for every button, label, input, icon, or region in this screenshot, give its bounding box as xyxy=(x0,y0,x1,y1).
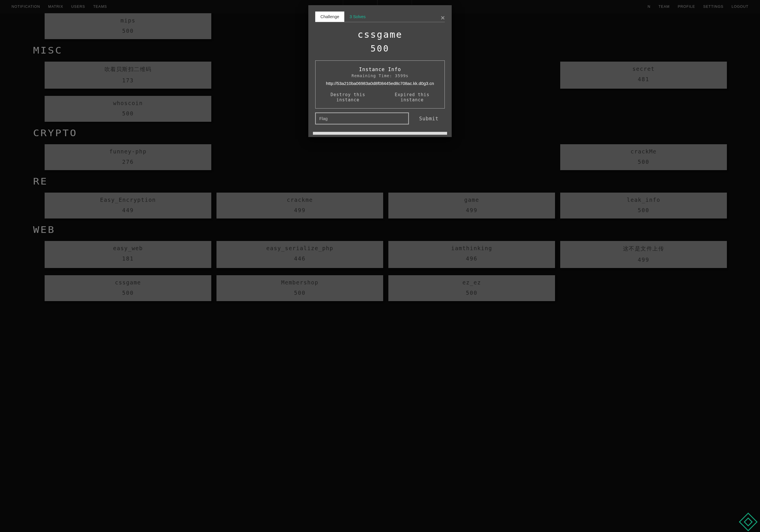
tab-challenge[interactable]: Challenge xyxy=(315,12,344,22)
instance-url[interactable]: http://53a210ba06983a0d8f08445ed8c708ac.… xyxy=(319,81,441,86)
corner-diamond-inner xyxy=(743,517,752,526)
instance-actions: Destroy this instance Expired this insta… xyxy=(319,92,441,103)
challenge-points: 500 xyxy=(308,43,452,54)
destroy-instance-button[interactable]: Destroy this instance xyxy=(319,92,377,103)
instance-remaining-time: Remaining Time: 3599s xyxy=(319,73,441,78)
close-icon[interactable]: × xyxy=(441,14,445,22)
instance-info-box: Instance Info Remaining Time: 3599s http… xyxy=(315,61,445,109)
instance-info-title: Instance Info xyxy=(319,67,441,72)
submit-button[interactable]: Submit xyxy=(419,116,439,121)
challenge-modal: × Challenge 3 Solves cssgame 500 Instanc… xyxy=(308,5,452,137)
modal-tabs: Challenge 3 Solves xyxy=(315,12,445,22)
challenge-name: cssgame xyxy=(308,29,452,40)
tab-solves[interactable]: 3 Solves xyxy=(344,12,371,22)
modal-bottom-bar xyxy=(313,132,447,135)
flag-row: Submit xyxy=(315,113,445,124)
flag-input[interactable] xyxy=(315,113,409,124)
expire-instance-button[interactable]: Expired this instance xyxy=(383,92,441,103)
modal-overlay: × Challenge 3 Solves cssgame 500 Instanc… xyxy=(0,0,760,532)
